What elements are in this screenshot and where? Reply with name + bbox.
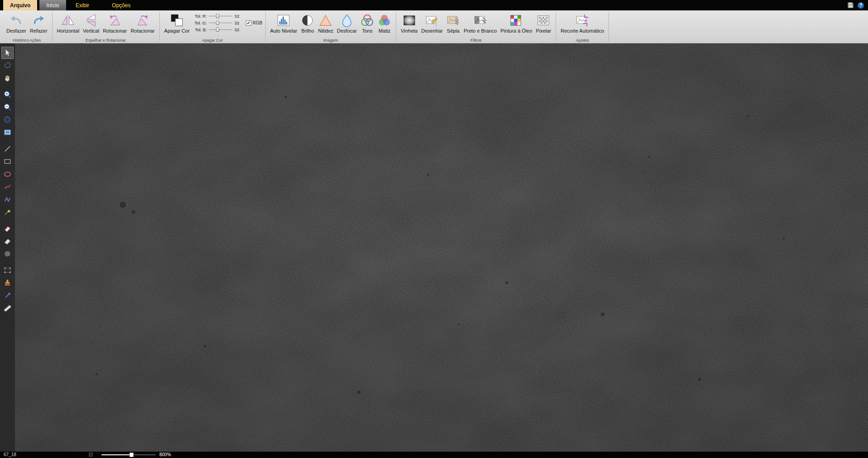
freeform-select-tool[interactable] (1, 59, 14, 72)
curve-tool[interactable] (1, 181, 14, 193)
rotacionar-direita-button[interactable]: Rotacionar (129, 11, 156, 34)
freeform-crop-tool[interactable] (1, 248, 14, 260)
menu-bar: Arquivo Início Exibir Opções ? (0, 0, 868, 10)
redo-icon (32, 13, 45, 28)
horizontal-label: Horizontal (57, 28, 80, 34)
brightness-icon (301, 13, 314, 28)
canvas-texture (15, 43, 868, 452)
rgb-checkbox-label: RGB (253, 20, 263, 25)
tab-exibir[interactable]: Exibir (69, 0, 96, 10)
apagar-cor-label: Apagar Cor (164, 28, 190, 34)
vertical-label: Vertical (83, 28, 99, 34)
sepia-icon (446, 13, 460, 28)
zoom-in-tool[interactable] (1, 88, 14, 101)
tolerance-row-r: Tol. R: 32 (193, 13, 243, 19)
ribbon: Desfazer Refazer Histórico Ações Horizon… (0, 10, 868, 43)
rectangle-tool[interactable] (1, 155, 14, 168)
tolerance-r-slider[interactable] (209, 14, 232, 19)
tolerance-g-slider[interactable] (209, 21, 232, 25)
recorte-automatico-button[interactable]: Recorte Automático (559, 11, 606, 34)
ellipse-tool[interactable] (1, 168, 14, 180)
rgb-checkbox-box[interactable]: ✓ (246, 20, 251, 26)
tolerance-panel: Tol. R: 32 Tol. G: 32 Tol. B: 32 (193, 11, 263, 33)
tons-button[interactable]: Tons (359, 11, 376, 34)
pan-tool[interactable] (1, 72, 14, 84)
sepia-button[interactable]: Sépia (445, 11, 462, 34)
ruler-tool[interactable] (1, 302, 14, 314)
tolerance-row-g: Tol. G: 32 (193, 20, 243, 26)
save-icon[interactable] (847, 2, 854, 9)
tab-opcoes[interactable]: Opções (105, 0, 137, 10)
black-white-icon (474, 13, 487, 28)
polyline-tool[interactable] (1, 193, 14, 206)
eraser-tool[interactable] (1, 235, 14, 247)
tool-strip (0, 43, 15, 452)
curve-icon (3, 183, 12, 191)
tolerance-row-b: Tol. B: 32 (193, 27, 243, 33)
apagar-cor-button[interactable]: Apagar Cor (163, 11, 192, 34)
crop-tool[interactable] (1, 264, 14, 276)
crop-icon (3, 266, 12, 275)
color-picker-tool[interactable] (1, 289, 14, 302)
rotacionar-esquerda-button[interactable]: Rotacionar (101, 11, 129, 34)
zoom-out-tool[interactable] (1, 101, 14, 113)
ellipse-icon (3, 170, 12, 178)
tons-label: Tons (362, 28, 372, 34)
group-label-ajustes: Ajustes (556, 38, 609, 43)
pointer-tool[interactable] (1, 47, 14, 59)
pintura-a-oleo-button[interactable]: Pintura à Óleo (499, 11, 534, 34)
recorte-automatico-label: Recorte Automático (561, 28, 604, 34)
tolerance-b-slider[interactable] (209, 28, 232, 32)
zoom-in-icon (3, 90, 12, 99)
preto-e-branco-label: Preto e Branco (464, 28, 497, 34)
desfocar-button[interactable]: Desfocar (335, 11, 359, 34)
zoom-slider-cap[interactable] (89, 453, 93, 457)
tolerance-b-slider-thumb[interactable] (216, 28, 219, 32)
canvas[interactable] (15, 43, 868, 452)
pixelar-button[interactable]: Pixelar (534, 11, 553, 34)
color-eraser-tool[interactable] (1, 222, 14, 235)
tolerance-r-slider-thumb[interactable] (216, 14, 219, 18)
espelhar-horizontal-button[interactable]: Horizontal (55, 11, 82, 34)
ruler-icon (3, 304, 12, 313)
line-tool[interactable] (1, 143, 14, 155)
desfazer-button[interactable]: Desfazer (5, 11, 28, 34)
tolerance-g-label: Tol. G: (193, 20, 207, 25)
rotate-left-icon (108, 13, 122, 28)
desfocar-label: Desfocar (337, 28, 357, 34)
group-label-espelhar: Espelhar e Rotacionar (53, 38, 159, 43)
zoom-slider-handle[interactable] (129, 453, 134, 457)
zoom-slider-track[interactable] (101, 454, 156, 455)
cursor-coordinates: 67_18 (4, 452, 16, 457)
auto-nivelar-button[interactable]: Auto Nivelar (269, 11, 299, 34)
tab-arquivo[interactable]: Arquivo (3, 0, 37, 10)
help-icon[interactable]: ? (858, 2, 864, 9)
preto-e-branco-button[interactable]: Preto e Branco (462, 11, 499, 34)
nitidez-button[interactable]: Nitidez (316, 11, 335, 34)
rectangle-icon (3, 157, 12, 166)
freeform-crop-icon (3, 250, 12, 258)
group-label-imagem: Imagem (266, 38, 396, 43)
canvas-view-tool[interactable] (1, 126, 14, 139)
refazer-button[interactable]: Refazer (28, 11, 49, 34)
rgb-checkbox[interactable]: ✓ RGB (246, 20, 263, 26)
clone-stamp-tool[interactable] (1, 277, 14, 289)
pintura-a-oleo-label: Pintura à Óleo (500, 28, 532, 34)
tolerance-g-value: 32 (235, 20, 243, 25)
zoom-out-icon (3, 103, 12, 111)
tolerance-g-slider-thumb[interactable] (216, 21, 219, 25)
vinheta-button[interactable]: Vinheta (399, 11, 419, 34)
magic-wand-tool[interactable] (1, 206, 14, 218)
brilho-button[interactable]: Brilho (299, 11, 316, 34)
espelhar-vertical-button[interactable]: Vertical (81, 11, 101, 34)
erase-color-icon (170, 13, 184, 28)
zoom-actual-tool[interactable] (1, 114, 14, 126)
stamp-icon (3, 279, 12, 287)
group-label-filtros: Filtros (396, 38, 556, 43)
main-area (0, 43, 868, 452)
blur-icon (340, 13, 354, 28)
matiz-button[interactable]: Matiz (376, 11, 393, 34)
desenhar-button[interactable]: Desenhar (419, 11, 445, 34)
hand-icon (3, 74, 12, 82)
tab-inicio[interactable]: Início (39, 0, 66, 10)
